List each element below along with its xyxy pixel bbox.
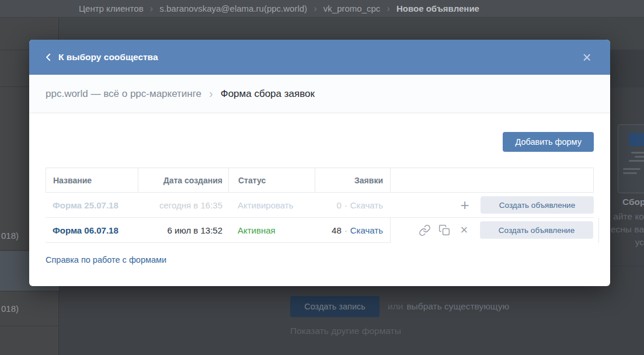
download-link[interactable]: Скачать [350,225,383,235]
sidebar-item-fragment: 018) [1,231,19,241]
current-section-label: Форма сбора заявок [221,88,315,100]
or-text: или [388,301,403,311]
breadcrumb-item-account[interactable]: s.baranovskaya@elama.ru(ppc.world) [159,4,307,13]
forms-help-link[interactable]: Справка по работе с формами [46,255,166,264]
forms-table: Название Дата создания Статус Заявки Фор… [46,168,594,243]
table-row: Форма 06.07.18 6 июл в 13:52 Активная 48… [46,218,594,243]
add-form-button[interactable]: Добавить форму [503,132,594,152]
format-card-text: ус [635,237,644,248]
download-link[interactable]: Скачать [350,200,383,210]
show-other-formats-link[interactable]: Показать другие форматы [290,326,401,336]
chevron-left-icon [43,52,54,62]
activate-link[interactable]: Активировать [238,200,294,210]
column-header-status: Статус [228,168,315,193]
create-ad-button[interactable]: Создать объявление [480,221,593,239]
card-illustration-line [629,160,644,162]
lead-forms-modal: К выбору сообщества × ppc.world — всё о … [29,40,610,286]
copy-link-icon[interactable] [417,222,432,238]
choose-existing-link[interactable]: выбрать существующую [406,301,509,311]
or-choose-existing-text: иливыбрать существующую [388,301,509,312]
requests-count: 0 [336,200,341,210]
form-name-link[interactable]: Форма 06.07.18 [53,225,119,235]
modal-title: К выбору сообщества [58,52,158,62]
card-illustration-line [635,156,644,158]
create-post-button[interactable]: Создать запись [290,296,380,317]
breadcrumb-item-new-ad: Новое объявление [396,4,479,13]
format-card[interactable] [618,124,644,193]
dot-separator: · [344,200,347,210]
top-breadcrumb-bar: Центр клиентов › s.baranovskaya@elama.ru… [0,0,644,18]
back-to-community-button[interactable]: К выбору сообщества [43,52,158,62]
status-active-label: Активная [238,225,276,235]
duplicate-icon[interactable] [437,222,452,238]
column-header-name: Название [46,168,138,193]
form-created-date: 6 июл в 13:52 [168,225,222,235]
modal-header: К выбору сообщества × [29,40,610,75]
table-row: Форма 25.07.18 сегодня в 16:35 Активиров… [46,193,594,218]
breadcrumb-item-campaign[interactable]: vk_promo_cpc [323,4,381,13]
card-illustration [629,133,644,146]
modal-body: Добавить форму Название Дата создания Ст… [29,132,610,265]
column-header-requests: Заявки [315,168,390,193]
column-header-actions [390,168,594,193]
card-illustration-line [623,172,637,174]
format-card-text: есны ва [611,224,644,235]
breadcrumb-item-clients-center[interactable]: Центр клиентов [79,4,144,13]
plus-icon[interactable]: + [457,197,472,213]
sidebar-divider [0,326,59,326]
modal-breadcrumb: ppc.world — всё о ppc-маркетинге › Форма… [29,75,610,113]
format-card-text: айте ко [613,211,644,222]
close-icon[interactable]: × [576,40,597,75]
background-divider [610,266,644,266]
form-created-date: сегодня в 16:35 [159,200,222,210]
create-ad-button[interactable]: Создать объявление [481,196,594,214]
column-header-created: Дата создания [138,168,228,193]
requests-count: 48 [332,225,342,235]
card-illustration-line [623,168,640,170]
community-link[interactable]: ppc.world — всё о ppc-маркетинге [46,88,201,100]
card-illustration-line [631,152,644,154]
sidebar-item-fragment: 018) [1,304,19,314]
form-name-link[interactable]: Форма 25.07.18 [53,200,119,210]
format-card-title: Сбор [622,197,644,207]
delete-icon[interactable]: × [457,222,472,238]
sidebar-divider [0,291,59,291]
chevron-right-icon: › [209,87,213,100]
chevron-right-icon: › [314,4,317,13]
chevron-right-icon: › [387,4,390,13]
dot-separator: · [344,225,347,235]
chevron-right-icon: › [150,4,154,13]
breadcrumb: Центр клиентов › s.baranovskaya@elama.ru… [79,4,479,13]
table-header-row: Название Дата создания Статус Заявки [46,168,594,193]
